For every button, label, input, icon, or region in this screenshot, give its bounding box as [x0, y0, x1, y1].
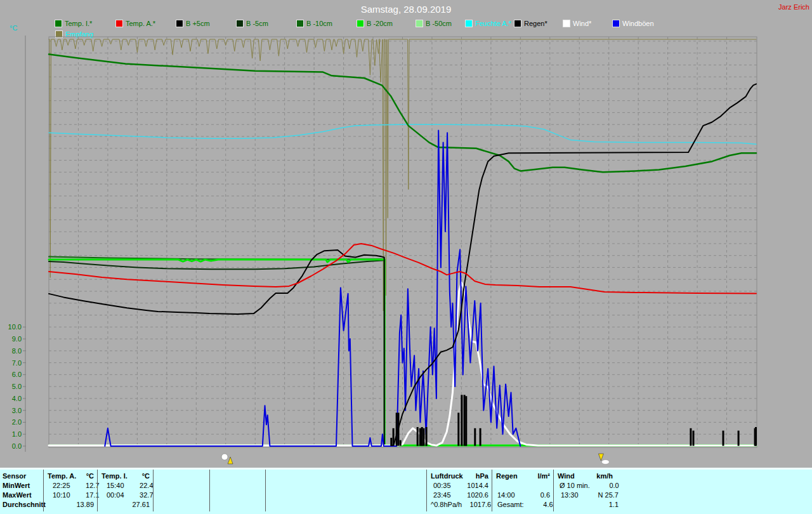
table-row: 10:1017.1 [44, 491, 97, 500]
max-value: 0.6 [521, 491, 553, 500]
stats-row-label-durchschnitt: Durchschnitt [3, 500, 46, 510]
rain-bar [464, 395, 466, 445]
min-time: 00:35 [427, 481, 459, 491]
y-axis-label: 5.0 [0, 383, 22, 390]
y-axis-label: 0.0 [0, 442, 22, 450]
rain-bar [390, 438, 392, 446]
series-regen-summe [391, 84, 756, 445]
stats-table: Sensor MinWert MaxWert Durchschnitt Temp… [0, 470, 812, 514]
y-axis-label: 8.0 [0, 347, 22, 355]
max-time: 13:30 [554, 491, 589, 500]
rain-bar [738, 431, 740, 446]
rain-bar [393, 428, 395, 446]
stats-row-label-minwert: MinWert [3, 481, 30, 491]
table-row: 00:351014.4 [427, 481, 492, 491]
column-unit: °C [142, 471, 153, 481]
table-row: 13.89 [44, 500, 97, 510]
table-row: 1.1 [554, 500, 622, 510]
max-time: 23:45 [427, 491, 459, 500]
column-header: Wind km/h [554, 471, 622, 481]
table-row [492, 481, 553, 491]
rain-bar [723, 431, 724, 446]
min-time [492, 481, 521, 491]
rain-bar [426, 427, 428, 446]
column-name: Regen [492, 471, 537, 481]
y-axis-label: 4.0 [0, 395, 22, 402]
min-time: 15:40 [98, 481, 124, 491]
rain-bar [690, 428, 691, 446]
min-value: 1014.4 [459, 481, 492, 491]
rain-bar [474, 428, 476, 446]
max-time: 10:10 [44, 491, 70, 500]
stats-column-wind: Wind km/h Ø 10 min.0.0 13:30N 25.7 1.1 [553, 470, 622, 511]
column-unit: l/m² [537, 471, 553, 481]
rain-bar [693, 431, 695, 446]
sunset-marker [598, 454, 609, 465]
column-name: Temp. I. [98, 471, 142, 481]
min-value [521, 481, 553, 491]
table-divider [153, 470, 154, 511]
avg-value: 27.61 [121, 500, 153, 510]
avg10-value: 0.0 [590, 481, 622, 491]
y-axis-label: 2.0 [0, 418, 22, 426]
table-divider [209, 470, 210, 511]
column-header: Temp. I. °C [98, 471, 153, 481]
avg-label [44, 500, 65, 510]
total-label: Gesamt: [492, 500, 524, 510]
weather-chart[interactable] [0, 0, 812, 468]
plot-border [49, 37, 757, 447]
column-header: Luftdruck hPa [427, 471, 492, 481]
column-unit: °C [86, 471, 97, 481]
sunrise-marker [221, 454, 233, 464]
rain-bar [755, 427, 757, 446]
table-divider [265, 470, 266, 511]
trend-label: ^0.8hPa/h [427, 500, 462, 510]
avg-value: 1017.6 [462, 500, 494, 510]
rain-bar [398, 412, 400, 445]
column-unit: hPa [476, 471, 492, 481]
rain-bar [461, 395, 462, 445]
weather-app-window: Samstag, 28.09.2019 Jarz Erich °C Temp. … [0, 0, 812, 514]
table-row: Gesamt:4.6 [492, 500, 553, 510]
avg-label [554, 500, 589, 510]
table-row: 13:30N 25.7 [554, 491, 622, 500]
stats-row-label-maxwert: MaxWert [3, 491, 32, 500]
table-row: ^0.8hPa/h1017.6 [427, 500, 492, 510]
y-axis-label: 1.0 [0, 430, 22, 438]
max-value: 32.7 [124, 491, 157, 500]
max-value: 1020.6 [459, 491, 492, 500]
y-axis-label: 3.0 [0, 407, 22, 414]
max-time: 00:04 [98, 491, 124, 500]
y-axis-label: 6.0 [0, 371, 22, 378]
column-name: Luftdruck [427, 471, 476, 481]
stats-column-regen: Regen l/m² 14:000.6 Gesamt:4.6 [492, 470, 553, 511]
avg10-label: Ø 10 min. [554, 481, 590, 491]
rain-bar [419, 428, 421, 446]
avg-label [98, 500, 121, 510]
avg-value: 1.1 [589, 500, 622, 510]
table-row: 27.61 [98, 500, 153, 510]
max-value: N 25.7 [589, 491, 622, 500]
table-row: 14:000.6 [492, 491, 553, 500]
rain-bar [417, 427, 419, 446]
rain-bar [396, 412, 398, 445]
table-row: 00:0432.7 [98, 491, 153, 500]
rain-bar [422, 428, 424, 446]
column-unit: km/h [596, 471, 622, 481]
rain-bar [421, 427, 423, 446]
rain-bar [400, 440, 402, 446]
table-row: Ø 10 min.0.0 [554, 481, 622, 491]
table-row: 15:4022.4 [98, 481, 153, 491]
stats-column-luftdruck: Luftdruck hPa 00:351014.4 23:451020.6 ^0… [426, 470, 492, 511]
stats-header-sensor: Sensor [3, 471, 26, 481]
table-row: 23:451020.6 [427, 491, 492, 500]
column-header: Temp. A. °C [44, 471, 97, 481]
y-axis-label: 9.0 [0, 335, 22, 343]
stats-column-temp-a: Temp. A. °C 22:2512.7 10:1017.1 13.89 [43, 470, 97, 511]
min-time: 22:25 [44, 481, 70, 491]
column-name: Temp. A. [44, 471, 86, 481]
min-value: 22.4 [124, 481, 157, 491]
rain-bar [465, 396, 467, 446]
column-name: Wind [554, 471, 596, 481]
max-time: 14:00 [492, 491, 521, 500]
